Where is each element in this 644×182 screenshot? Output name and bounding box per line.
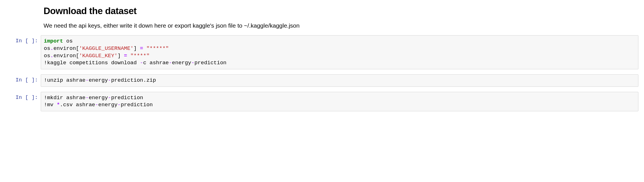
section-description: We need the api keys, either write it do… bbox=[44, 21, 641, 30]
input-prompt: In [ ]: bbox=[3, 74, 41, 83]
code-cell-3[interactable]: In [ ]: !mkdir ashrae-energy-prediction … bbox=[3, 92, 641, 111]
input-prompt: In [ ]: bbox=[3, 35, 41, 44]
notebook: Download the dataset We need the api key… bbox=[3, 6, 641, 111]
input-prompt: In [ ]: bbox=[3, 92, 41, 101]
markdown-cell: Download the dataset We need the api key… bbox=[3, 6, 641, 30]
code-input[interactable]: import os os.environ['KAGGLE_USERNAME'] … bbox=[41, 35, 638, 69]
code-input[interactable]: !mkdir ashrae-energy-prediction !mv *.cs… bbox=[41, 92, 638, 111]
section-heading: Download the dataset bbox=[44, 6, 641, 16]
code-cell-2[interactable]: In [ ]: !unzip ashrae-energy-prediction.… bbox=[3, 74, 641, 87]
code-input[interactable]: !unzip ashrae-energy-prediction.zip bbox=[41, 74, 638, 87]
code-cell-1[interactable]: In [ ]: import os os.environ['KAGGLE_USE… bbox=[3, 35, 641, 69]
